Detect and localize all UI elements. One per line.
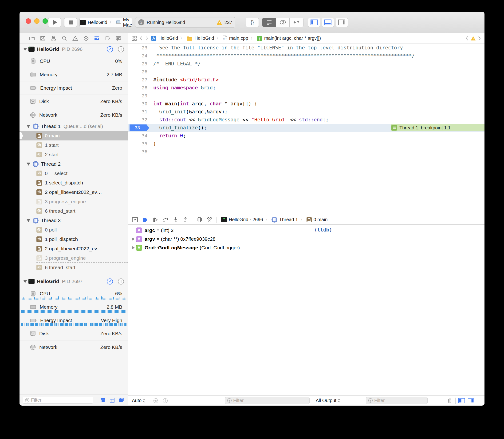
code-line[interactable]: 31 Grid_init(&argc,&argv); (128, 108, 484, 116)
line-number-gutter[interactable]: 25 (128, 60, 149, 68)
memory-graph-icon[interactable] (206, 217, 212, 222)
stack-frame-row[interactable]: 1 start (20, 140, 128, 150)
metric-row-memory[interactable]: Memory 2.7 MB (20, 68, 128, 81)
continue-icon[interactable] (152, 217, 158, 222)
scheme-selector[interactable]: HelloGrid 〉 My Mac (80, 18, 132, 27)
tab-report-navigator[interactable] (116, 36, 122, 41)
disclosure-triangle-icon[interactable] (23, 280, 27, 283)
previous-issue-icon[interactable] (465, 36, 469, 41)
line-number-gutter[interactable]: 30 (128, 100, 149, 108)
code-line[interactable]: 36 (128, 148, 484, 156)
next-issue-icon[interactable] (478, 36, 481, 41)
line-number-gutter[interactable]: 33 (128, 124, 149, 132)
flatten-view-toggle-icon[interactable] (100, 397, 106, 403)
code-line[interactable]: 26 (128, 68, 484, 76)
stack-frame-row[interactable]: 6 thread_start (20, 206, 128, 216)
tab-issue-navigator[interactable] (72, 36, 78, 41)
variables-filter-field[interactable]: Filter (225, 397, 310, 404)
standard-editor-button[interactable] (262, 18, 276, 27)
code-line[interactable]: 30int main(int argc, char * argv[]) { (128, 100, 484, 108)
breakpoints-toggle-icon[interactable] (142, 217, 148, 222)
code-line[interactable]: 27#include <Grid/Grid.h> (128, 76, 484, 84)
console-output-popup[interactable]: All Output (316, 398, 341, 403)
go-forward-icon[interactable] (145, 36, 149, 41)
variables-scope-popup[interactable]: Auto (132, 398, 146, 403)
disclosure-triangle-icon[interactable] (132, 246, 135, 250)
toggle-navigator-button[interactable] (308, 18, 320, 27)
stack-frame-row[interactable]: 2 start (20, 150, 128, 159)
variables-view[interactable]: A argc = (int) 3 A argv = (char **) 0x7f… (128, 225, 311, 396)
navigator-filter-field[interactable]: Filter (23, 397, 93, 404)
jumpbar-item[interactable]: fmain(int argc, char * argv[]) (257, 36, 321, 41)
variable-row[interactable]: A argc = (int) 3 (128, 226, 311, 235)
run-button[interactable] (48, 18, 61, 27)
view-mode-toggle-icon[interactable] (118, 397, 125, 403)
code-snippets-button[interactable]: {} (246, 18, 259, 27)
metric-row-network[interactable]: Network Zero KB/s (20, 341, 128, 354)
disclosure-triangle-icon[interactable] (23, 48, 27, 51)
tab-find-navigator[interactable] (61, 36, 68, 41)
related-items-icon[interactable] (131, 36, 137, 41)
stack-frame-row[interactable]: 3 progress_engine (20, 197, 128, 206)
go-back-icon[interactable] (139, 36, 143, 41)
assistant-editor-button[interactable] (276, 18, 290, 27)
line-number-gutter[interactable]: 27 (128, 76, 149, 84)
clear-console-trash-icon[interactable] (447, 398, 453, 403)
line-number-gutter[interactable]: 31 (128, 108, 149, 116)
metric-row-cpu[interactable]: CPU 0% (20, 55, 128, 68)
debug-breadcrumb-item[interactable]: HelloGrid - 2696 (221, 217, 263, 222)
code-line[interactable]: 28using namespace Grid; (128, 84, 484, 92)
tab-test-navigator[interactable] (83, 36, 89, 41)
toggle-inspector-button[interactable] (336, 18, 348, 27)
disclosure-triangle-icon[interactable] (27, 163, 30, 166)
show-console-pane-icon[interactable] (468, 398, 474, 403)
pause-process-button[interactable] (118, 46, 124, 52)
stack-frame-row[interactable]: 6 thread_start (20, 263, 128, 272)
code-line[interactable]: 25/* END LEGAL */ (128, 60, 484, 68)
metric-row-energy-impact[interactable]: Energy Impact Very High (20, 314, 128, 327)
minimize-window-button[interactable] (34, 18, 39, 24)
toggle-debug-area-button[interactable] (322, 18, 334, 27)
code-line[interactable]: 35} (128, 140, 484, 148)
code-line[interactable]: 29 (128, 92, 484, 100)
jumpbar-item[interactable]: HelloGrid (187, 36, 214, 41)
step-into-icon[interactable] (173, 217, 178, 222)
stack-frame-row[interactable]: 3 progress_engine (20, 253, 128, 263)
disclosure-triangle-icon[interactable] (27, 219, 30, 222)
debug-breadcrumb-item[interactable]: 0 main (306, 217, 328, 222)
thread-row[interactable]: Thread 2 (20, 159, 128, 169)
show-variables-pane-icon[interactable] (458, 398, 465, 403)
tab-symbol-navigator[interactable] (50, 36, 57, 41)
code-line[interactable]: 34 return 0; (128, 132, 484, 140)
profile-in-instruments-button[interactable] (107, 278, 113, 285)
variable-row[interactable]: V Grid::GridLogMessage (Grid::GridLogger… (128, 244, 311, 252)
thread-row[interactable]: Thread 1Queue:...d (serial) (20, 122, 128, 131)
line-number-gutter[interactable]: 29 (128, 92, 149, 100)
source-editor[interactable]: 23 See the full license in the file "LIC… (128, 44, 484, 215)
metric-row-disk[interactable]: Disk Zero KB/s (20, 327, 128, 341)
hide-debug-area-icon[interactable] (132, 217, 138, 222)
line-number-gutter[interactable]: 34 (128, 132, 149, 140)
metric-row-network[interactable]: Network Zero KB/s (20, 108, 128, 122)
profile-in-instruments-button[interactable] (107, 46, 113, 52)
process-row[interactable]: HelloGrid PID 2697 (20, 276, 128, 287)
tab-project-navigator[interactable] (29, 36, 35, 41)
stack-frame-row[interactable]: 0 poll (20, 225, 128, 234)
version-editor-button[interactable] (290, 18, 303, 27)
line-number-gutter[interactable]: 28 (128, 84, 149, 92)
stack-frame-row[interactable]: 0 main (20, 131, 128, 140)
close-window-button[interactable] (26, 18, 31, 24)
line-number-gutter[interactable]: 24 (128, 52, 149, 60)
jumpbar-item[interactable]: HelloGrid (151, 36, 178, 41)
thread-row[interactable]: Thread 3 (20, 216, 128, 225)
step-over-icon[interactable] (162, 217, 169, 222)
line-number-gutter[interactable]: 32 (128, 116, 149, 124)
console-filter-field[interactable]: Filter (366, 397, 428, 404)
line-number-gutter[interactable]: 36 (128, 148, 149, 156)
show-crashed-threads-toggle-icon[interactable] (109, 397, 115, 403)
print-description-icon[interactable] (163, 398, 168, 403)
stack-frame-row[interactable]: 2 opal_libevent2022_ev… (20, 244, 128, 253)
activity-viewer[interactable]: 2 Running HelloGrid 237 (135, 17, 235, 27)
stack-frame-row[interactable]: 2 opal_libevent2022_ev… (20, 187, 128, 197)
stack-frame-row[interactable]: 1 poll_dispatch (20, 234, 128, 244)
